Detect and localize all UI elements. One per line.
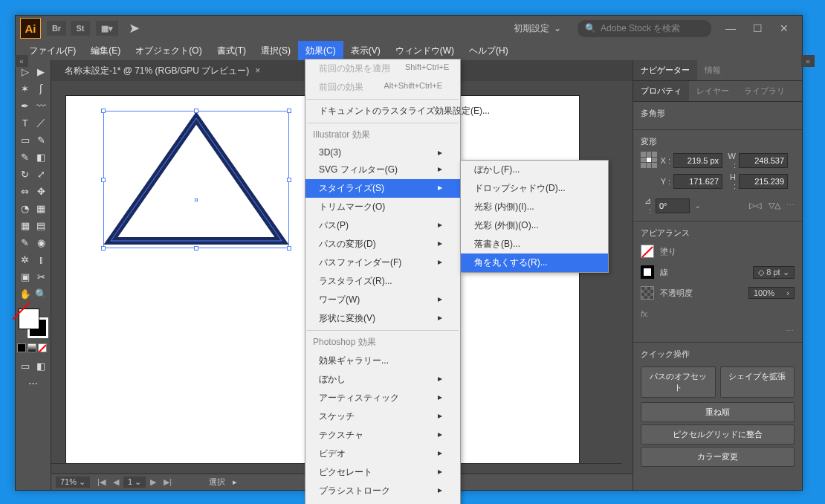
stylize-outer-glow-item[interactable]: 光彩 (外側)(O)... (461, 216, 608, 235)
pen-tool[interactable]: ✒ (17, 97, 33, 114)
vertical-scrollbar[interactable] (622, 81, 632, 474)
rotate-tool[interactable]: ↻ (17, 166, 33, 182)
flip-horizontal-icon[interactable]: ▷◁ (748, 199, 763, 213)
menu-window[interactable]: ウィンドウ(W) (388, 41, 462, 60)
stroke-swatch-icon[interactable] (641, 265, 654, 279)
effect-3d-item[interactable]: 3D(3)▸ (305, 144, 460, 161)
effect-convert-shape-item[interactable]: 形状に変換(V)▸ (305, 309, 460, 328)
h-input[interactable] (739, 174, 788, 189)
line-tool[interactable]: ／ (33, 114, 50, 131)
effect-pathfinder-item[interactable]: パスファインダー(F)▸ (305, 253, 460, 272)
shaper-tool[interactable]: ✎ (17, 149, 33, 165)
last-effect-item[interactable]: 前回の効果Alt+Shift+Ctrl+E (305, 78, 460, 97)
handle-ml[interactable] (101, 178, 106, 182)
next-artboard-button[interactable]: ▶ (147, 477, 159, 487)
stylize-inner-glow-item[interactable]: 光彩 (内側)(I)... (461, 198, 608, 216)
expand-shape-button[interactable]: シェイプを拡張 (720, 366, 795, 398)
stock-icon[interactable]: St (71, 21, 90, 36)
tab-layers[interactable]: レイヤー (689, 81, 737, 101)
handle-tr[interactable] (287, 109, 291, 113)
rectangle-tool[interactable]: ▭ (17, 132, 33, 148)
ps-blur-item[interactable]: ぼかし▸ (305, 370, 460, 389)
ps-pixelate-item[interactable]: ピクセレート▸ (305, 463, 460, 482)
direct-selection-tool[interactable]: ▶ (33, 63, 50, 80)
tab-navigator[interactable]: ナビゲーター (633, 60, 697, 80)
more-options-icon[interactable]: ⋯ (786, 201, 795, 210)
tab-libraries[interactable]: ライブラリ (737, 81, 792, 101)
ps-video-item[interactable]: ビデオ▸ (305, 445, 460, 463)
fill-stroke-indicator[interactable] (17, 307, 50, 337)
effect-path-item[interactable]: パス(P)▸ (305, 216, 460, 235)
rotation-input[interactable] (656, 198, 690, 213)
panel-more-icon[interactable]: ⋯ (641, 326, 795, 336)
effect-distort-item[interactable]: パスの変形(D)▸ (305, 235, 460, 253)
menu-type[interactable]: 書式(T) (210, 41, 253, 60)
color-mode-icon[interactable] (17, 343, 26, 352)
edit-toolbar-icon[interactable]: ⋯ (17, 375, 49, 391)
lasso-tool[interactable]: ʃ (33, 80, 50, 97)
x-input[interactable] (673, 153, 722, 168)
effect-warp-item[interactable]: ワープ(W)▸ (305, 291, 460, 309)
recolor-button[interactable]: カラー変更 (641, 447, 795, 467)
collapse-tools-icon[interactable]: « (15, 55, 28, 67)
chevron-down-icon[interactable]: ⌄ (694, 201, 701, 210)
artboard-tool[interactable]: ▣ (17, 268, 33, 285)
eyedropper-tool[interactable]: ✎ (17, 234, 33, 251)
document-tab[interactable]: 名称未設定-1* @ 71% (RGB/GPU プレビュー) × (57, 61, 268, 81)
paintbrush-tool[interactable]: ✎ (33, 132, 50, 148)
maximize-button[interactable]: ☐ (744, 19, 771, 37)
blend-tool[interactable]: ◉ (33, 234, 50, 251)
draw-mode-icon[interactable]: ◧ (33, 358, 50, 374)
mesh-tool[interactable]: ▦ (17, 217, 33, 233)
effect-crop-marks-item[interactable]: トリムマーク(O) (305, 198, 460, 216)
ps-distort-item[interactable]: 変形▸ (305, 500, 460, 504)
zoom-tool[interactable]: 🔍 (33, 285, 50, 302)
effect-svg-filter-item[interactable]: SVG フィルター(G)▸ (305, 161, 460, 179)
ps-artistic-item[interactable]: アーティスティック▸ (305, 389, 460, 407)
effect-rasterize-item[interactable]: ラスタライズ(R)... (305, 272, 460, 291)
handle-bc[interactable] (194, 246, 198, 251)
fill-swatch-icon[interactable] (641, 245, 654, 258)
hand-tool[interactable]: ✋ (17, 285, 33, 302)
graph-tool[interactable]: ⫿ (33, 251, 50, 268)
status-more-icon[interactable]: ▸ (233, 477, 237, 487)
handle-br[interactable] (287, 246, 291, 251)
slice-tool[interactable]: ✂ (33, 268, 50, 285)
stock-search[interactable]: 🔍 Adobe Stock を検索 (578, 20, 711, 37)
free-transform-tool[interactable]: ✥ (33, 183, 50, 199)
stroke-weight-input[interactable]: ◇8 pt⌄ (753, 266, 795, 279)
curvature-tool[interactable]: 〰 (33, 97, 50, 114)
ps-brush-strokes-item[interactable]: ブラシストローク▸ (305, 482, 460, 500)
tab-info[interactable]: 情報 (697, 60, 728, 80)
handle-mr[interactable] (287, 178, 291, 182)
menu-help[interactable]: ヘルプ(H) (462, 41, 516, 60)
align-pixel-grid-button[interactable]: ピクセルグリッドに整合 (641, 424, 795, 445)
apply-last-effect-item[interactable]: 前回の効果を適用Shift+Ctrl+E (305, 59, 460, 78)
stylize-scribble-item[interactable]: 落書き(B)... (461, 235, 608, 253)
handle-bl[interactable] (101, 246, 106, 251)
symbol-sprayer-tool[interactable]: ✲ (17, 251, 33, 268)
flip-vertical-icon[interactable]: ▽△ (767, 199, 782, 213)
gradient-tool[interactable]: ▤ (33, 217, 50, 233)
arrange-docs-icon[interactable]: ▦▾ (96, 21, 118, 36)
menu-file[interactable]: ファイル(F) (22, 41, 83, 60)
menu-edit[interactable]: 編集(E) (83, 41, 128, 60)
ps-effect-gallery-item[interactable]: 効果ギャラリー... (305, 352, 460, 370)
menu-select[interactable]: 選択(S) (253, 41, 298, 60)
raster-settings-item[interactable]: ドキュメントのラスタライズ効果設定(E)... (305, 102, 460, 120)
eraser-tool[interactable]: ◧ (33, 149, 50, 165)
reference-point-icon[interactable] (641, 152, 657, 168)
handle-tl[interactable] (101, 109, 106, 113)
stylize-drop-shadow-item[interactable]: ドロップシャドウ(D)... (461, 179, 608, 198)
fx-label[interactable]: fx. (641, 309, 650, 318)
y-input[interactable] (673, 174, 722, 189)
opacity-swatch-icon[interactable] (641, 286, 654, 300)
arrange-button[interactable]: 重ね順 (641, 402, 795, 422)
gradient-mode-icon[interactable] (28, 343, 36, 352)
ps-sketch-item[interactable]: スケッチ▸ (305, 407, 460, 426)
bridge-icon[interactable]: Br (47, 21, 66, 36)
none-mode-icon[interactable] (38, 343, 47, 352)
artboard-number[interactable]: 1 ⌄ (123, 476, 146, 488)
w-input[interactable] (739, 153, 788, 168)
menu-object[interactable]: オブジェクト(O) (128, 41, 209, 60)
